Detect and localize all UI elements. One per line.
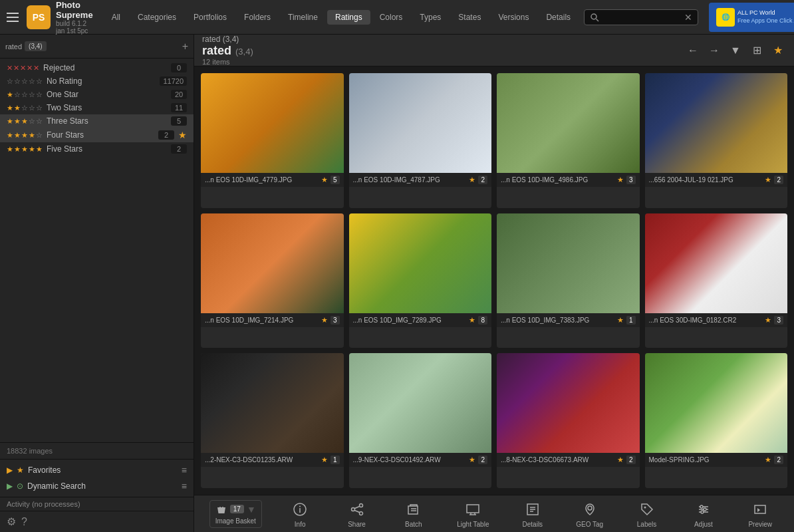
filter-add-button[interactable]: + [182, 41, 188, 53]
nav-portfolios[interactable]: Portfolios [186, 10, 235, 25]
labels-tool[interactable]: Labels [628, 497, 666, 531]
photo-item[interactable]: ...n EOS 10D-IMG_4787.JPG ★ 2 [349, 73, 492, 208]
adjust-tool[interactable]: Adjust [685, 497, 722, 531]
search-clear-icon[interactable]: ✕ [684, 12, 692, 23]
photo-name: ...8-NEX-C3-DSC06673.ARW [501, 456, 614, 464]
image-basket-tool[interactable]: 17 ▼ Image Basket [209, 500, 262, 528]
rating-four-count: 2 [158, 130, 174, 140]
photo-item[interactable]: ...2-NEX-C3-DSC01235.ARW ★ 1 [201, 353, 344, 488]
play-icon-2: ▶ [7, 481, 13, 491]
lighttable-tool[interactable]: Light Table [452, 497, 494, 531]
nav-timeline[interactable]: Timeline [280, 10, 326, 25]
rating-two[interactable]: ★ ★ ☆ ☆ ☆ Two Stars 11 [0, 101, 194, 114]
photo-item[interactable]: ...n EOS 10D_IMG_7214.JPG ★ 3 [201, 213, 344, 348]
photo-item[interactable]: ...n EOS 10D-IMG_4779.JPG ★ 5 [201, 73, 344, 208]
photo-item[interactable]: ...n EOS 10D-IMG_4986.JPG ★ 3 [497, 73, 640, 208]
rating-none-label: No Rating [47, 76, 156, 86]
four-stars: ★ ★ ★ ★ ☆ [7, 131, 43, 140]
svg-point-13 [359, 511, 362, 515]
svg-point-12 [351, 507, 354, 511]
nav-versions[interactable]: Versions [490, 10, 537, 25]
favorites-label: Favorites [28, 466, 178, 475]
nav-details[interactable]: Details [538, 10, 579, 25]
rating-rejected[interactable]: ✕ ✕ ✕ ✕ ✕ Rejected 0 [0, 61, 194, 74]
ratings-list: ✕ ✕ ✕ ✕ ✕ Rejected 0 ☆ ☆ ☆ ☆ ☆ No Rati [0, 59, 194, 442]
rating-one[interactable]: ★ ☆ ☆ ☆ ☆ One Star 20 [0, 88, 194, 101]
top-nav: All Categories Portfolios Folders Timeli… [104, 10, 579, 25]
photo-item[interactable]: ...8-NEX-C3-DSC06673.ARW ★ 2 [497, 353, 640, 488]
photo-info: ...9-NEX-C3-DSC01492.ARW ★ 2 [349, 453, 492, 467]
nav-all[interactable]: All [104, 10, 128, 25]
back-button[interactable]: ← [685, 43, 701, 59]
nav-ratings[interactable]: Ratings [327, 10, 370, 25]
rating-none-count: 11720 [160, 76, 187, 86]
content-area: rated (3,4) rated (3,4) 12 items ← → ▼ ⊞… [194, 35, 794, 532]
nav-folders[interactable]: Folders [236, 10, 279, 25]
preview-label: Preview [748, 521, 772, 528]
filter-label: rated [5, 43, 22, 51]
rating-four-label: Four Stars [47, 130, 154, 140]
sidebar-settings-bar: ⚙ ? [0, 511, 194, 532]
rating-rejected-label: Rejected [43, 63, 167, 72]
nav-states[interactable]: States [450, 10, 489, 25]
rating-two-label: Two Stars [47, 103, 167, 112]
images-count: 18832 images [0, 442, 194, 459]
three-stars: ★ ★ ★ ☆ ☆ [7, 117, 43, 126]
one-stars: ★ ☆ ☆ ☆ ☆ [7, 90, 43, 99]
details-tool[interactable]: Details [514, 497, 551, 531]
rating-five[interactable]: ★ ★ ★ ★ ★ Five Stars 2 [0, 142, 194, 156]
svg-rect-16 [408, 506, 418, 514]
svg-rect-32 [755, 505, 765, 513]
share-tool[interactable]: Share [338, 497, 376, 531]
svg-line-14 [354, 506, 359, 508]
settings-icon[interactable]: ⚙ [7, 515, 16, 528]
sidebar-favorites[interactable]: ▶ ★ Favorites ≡ [0, 462, 194, 478]
two-stars: ★ ★ ☆ ☆ ☆ [7, 104, 43, 112]
nav-colors[interactable]: Colors [372, 10, 411, 25]
photo-name: Model-SPRING.JPG [649, 456, 763, 464]
stack-button[interactable]: ⊞ [749, 43, 765, 59]
dynamic-search-menu-icon[interactable]: ≡ [182, 481, 187, 491]
filter-button[interactable]: ▼ [728, 43, 743, 59]
menu-icon[interactable] [7, 9, 19, 25]
favorite-button[interactable]: ★ [770, 43, 786, 59]
photo-item[interactable]: ...656 2004-JUL-19 021.JPG ★ 2 [645, 73, 788, 208]
svg-point-7 [222, 507, 223, 508]
photo-name: ...n EOS 10D_IMG_7383.JPG [501, 317, 614, 324]
content-title: rated [202, 44, 231, 58]
photo-name: ...n EOS 10D-IMG_4986.JPG [501, 176, 614, 184]
batch-tool[interactable]: Batch [395, 497, 432, 531]
none-stars: ☆ ☆ ☆ ☆ ☆ [7, 77, 43, 86]
rating-three[interactable]: ★ ★ ★ ☆ ☆ Three Stars 5 [0, 114, 194, 128]
nav-types[interactable]: Types [412, 10, 449, 25]
basket-icon [215, 503, 227, 515]
content-subtitle: (3,4) [235, 47, 253, 57]
search-input[interactable]: Stuff [602, 13, 682, 22]
photo-item[interactable]: ...n EOS 10D_IMG_7383.JPG ★ 1 [497, 213, 640, 348]
photo-item[interactable]: ...9-NEX-C3-DSC01492.ARW ★ 2 [349, 353, 492, 488]
geotag-tool[interactable]: GEO Tag [571, 497, 608, 531]
svg-point-11 [359, 503, 362, 507]
rating-four[interactable]: ★ ★ ★ ★ ☆ Four Stars 2 ★ [0, 128, 194, 142]
photo-thumb-feather [349, 73, 492, 173]
rating-one-count: 20 [171, 90, 187, 99]
rating-none[interactable]: ☆ ☆ ☆ ☆ ☆ No Rating 11720 [0, 74, 194, 88]
svg-point-10 [299, 505, 301, 507]
svg-point-24 [588, 506, 592, 510]
star-icon: ★ [17, 466, 24, 475]
details-label: Details [523, 521, 543, 528]
photo-item[interactable]: ...n EOS 30D-IMG_0182.CR2 ★ 3 [645, 213, 788, 348]
svg-line-1 [596, 19, 599, 21]
help-icon[interactable]: ? [21, 516, 27, 528]
favorites-menu-icon[interactable]: ≡ [182, 465, 187, 475]
photo-thumb-forest [497, 213, 640, 313]
search-small-icon: ⊙ [17, 481, 23, 491]
info-tool[interactable]: Info [281, 497, 319, 531]
sidebar-dynamic-search[interactable]: ▶ ⊙ Dynamic Search ≡ [0, 478, 194, 494]
photo-item[interactable]: ...n EOS 10D_IMG_7289.JPG ★ 8 [349, 213, 492, 348]
search-box[interactable]: Stuff ✕ [584, 9, 698, 25]
preview-tool[interactable]: Preview [741, 497, 779, 531]
forward-button[interactable]: → [706, 43, 722, 59]
nav-categories[interactable]: Categories [130, 10, 184, 25]
photo-item[interactable]: Model-SPRING.JPG ★ 2 [645, 353, 788, 488]
